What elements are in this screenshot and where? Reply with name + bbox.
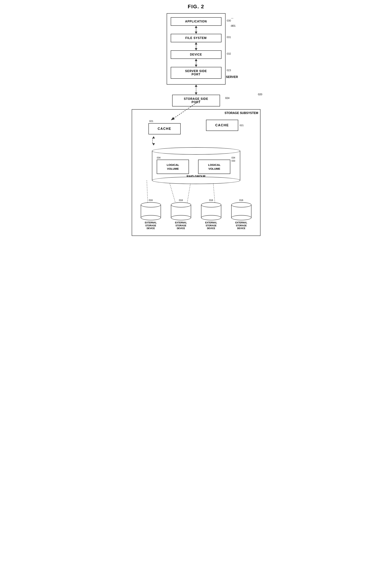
arrow-dev-ssp	[171, 59, 222, 67]
ref-030-line: —	[231, 17, 234, 19]
figure-title: FIG. 2	[132, 4, 260, 9]
arrow-fs-dev	[171, 42, 222, 50]
diagonal-connector-svg	[136, 99, 256, 122]
ref-032: 032	[227, 52, 231, 55]
server-box: APPLICATION 030 — FILE SYSTEM 031	[167, 13, 226, 84]
ref-021-right: 021	[240, 124, 244, 127]
arrowhead-up	[195, 42, 197, 45]
ext-device-4: 016 EXTERNALSTORAGEDEVICE	[229, 199, 253, 230]
arrow-app-fs	[171, 26, 222, 34]
ext-device-1: 016 EXTERNALSTORAGEDEVICE	[139, 199, 163, 230]
diagonal-arrow-area	[136, 113, 256, 117]
ext-cyl-bottom-2	[171, 215, 191, 220]
device-block: DEVICE	[171, 50, 222, 59]
logical-volume-row: 034 LOGICAL VOLUME 034 LOGICAL VOLUME 03…	[152, 156, 240, 174]
dashed-line	[196, 28, 196, 32]
ref-031: 031	[227, 36, 231, 39]
arrowhead-down	[195, 48, 197, 50]
ref-001-line: —	[230, 24, 233, 27]
cylinder-bottom	[152, 177, 240, 184]
ext-cyl-bottom-3	[201, 215, 221, 220]
dashed-line	[152, 139, 153, 143]
storage-outer-box: STORAGE SUBSYSTEM	[132, 109, 260, 236]
cache-row: 021 CACHE CACHE 021	[136, 120, 256, 134]
lv-box-right: LOGICAL VOLUME	[198, 160, 230, 174]
ref-034-left: 034	[157, 156, 160, 159]
ref-020: 020	[258, 93, 262, 96]
ext-label-1: EXTERNALSTORAGEDEVICE	[145, 221, 157, 230]
server-label: SERVER	[226, 75, 238, 79]
cache-box-left: CACHE	[149, 123, 181, 134]
arrowhead-down	[152, 143, 155, 145]
ext-label-2: EXTERNALSTORAGEDEVICE	[175, 221, 187, 230]
line-to-ext2	[169, 180, 175, 203]
ext-cyl-top-1	[141, 202, 161, 207]
application-block: APPLICATION	[171, 17, 222, 26]
ref-030: 030	[227, 19, 231, 22]
cache-to-lv-arrow	[152, 136, 256, 145]
arrowhead-up	[195, 84, 197, 87]
cylinder-body: 034 LOGICAL VOLUME 034 LOGICAL VOLUME 03…	[152, 151, 240, 180]
ref-021-left: 021	[149, 120, 154, 123]
diagram-container: FIG. 2 APPLICATION 030 —	[132, 4, 260, 236]
server-side-port-block: SERVER SIDE PORT	[171, 67, 222, 79]
cylinder-top	[152, 147, 240, 155]
ref-024: 024	[225, 96, 229, 99]
arrowhead-up	[152, 136, 155, 139]
arrowhead-down	[195, 92, 197, 95]
ref-023: 023	[227, 69, 231, 72]
arrowhead-down	[195, 32, 197, 34]
arrow-server-storage	[196, 84, 196, 95]
ext-label-4: EXTERNALSTORAGEDEVICE	[235, 221, 247, 230]
cache-box-right: CACHE	[206, 120, 238, 131]
file-system-block: FILE SYSTEM	[171, 34, 222, 42]
ext-device-2: 016 EXTERNALSTORAGEDEVICE	[169, 199, 193, 230]
ext-cyl-top-4	[231, 202, 251, 207]
arrowhead-up	[195, 26, 197, 28]
arrowhead-up	[195, 59, 197, 61]
ext-cyl-top-2	[171, 202, 191, 207]
ext-cyl-top-3	[201, 202, 221, 207]
ext-cyl-bottom-4	[231, 215, 251, 220]
ext-device-3: 016 EXTERNALSTORAGEDEVICE	[199, 199, 223, 230]
storage-section: STORAGE SIDE PORT 024 020 STORAGE SUBSYS…	[132, 95, 260, 236]
raid-cylinder: 034 LOGICAL VOLUME 034 LOGICAL VOLUME 03…	[152, 147, 240, 184]
ext-label-3: EXTERNALSTORAGEDEVICE	[205, 221, 217, 230]
server-section: APPLICATION 030 — FILE SYSTEM 031	[132, 13, 260, 84]
lv-box-left: LOGICAL VOLUME	[157, 160, 189, 174]
dashed-line	[196, 45, 196, 48]
ref-034-right: 034	[232, 156, 235, 159]
diagonal-line	[172, 100, 200, 120]
ref-033: 033	[232, 160, 235, 162]
dashed-line	[196, 61, 196, 65]
raid-group-diagram: 034 LOGICAL VOLUME 034 LOGICAL VOLUME 03…	[136, 147, 256, 184]
arrowhead-down	[195, 65, 197, 67]
line-to-ext1	[147, 180, 148, 203]
ext-cyl-bottom-1	[141, 215, 161, 220]
dashed-line	[196, 87, 196, 92]
